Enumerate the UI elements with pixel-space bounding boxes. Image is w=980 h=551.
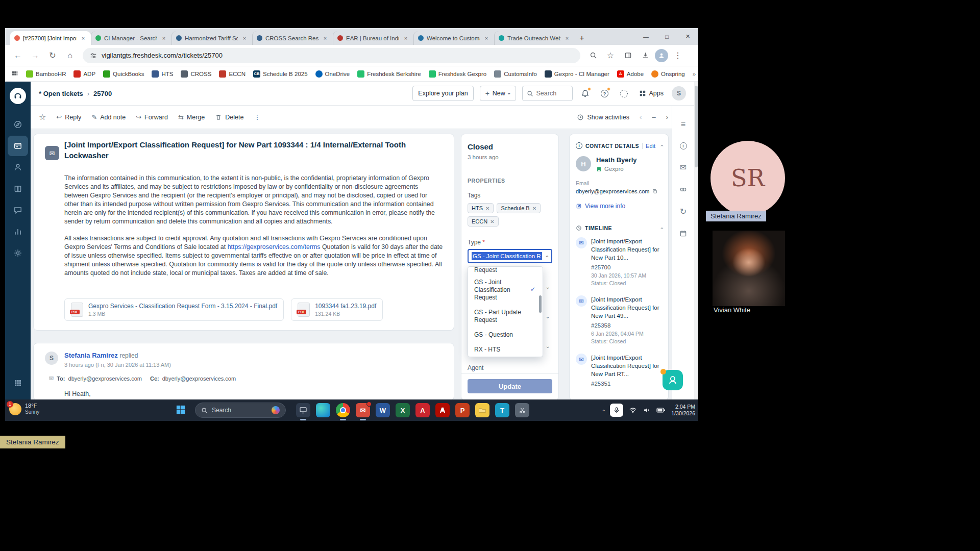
download-icon[interactable] bbox=[638, 48, 653, 63]
taskbar-search[interactable]: Search bbox=[195, 403, 286, 418]
taskbar-app-file-explorer[interactable] bbox=[475, 403, 489, 417]
dropdown-scrollbar-thumb[interactable] bbox=[539, 295, 542, 313]
apps-button[interactable]: Apps bbox=[637, 86, 666, 101]
collapse-chevron-icon[interactable]: › bbox=[659, 227, 665, 229]
tab-ear[interactable]: EAR | Bureau of Indus × bbox=[333, 31, 413, 45]
dropdown-option[interactable]: RX - HTS bbox=[468, 342, 543, 357]
bookmark-schedule-b[interactable]: CBSchedule B 2025 bbox=[253, 70, 308, 78]
bookmark-hts[interactable]: HTS bbox=[152, 70, 173, 78]
profile-avatar[interactable] bbox=[655, 49, 668, 62]
info-icon[interactable]: i bbox=[680, 142, 687, 149]
new-tab-button[interactable]: + bbox=[575, 31, 589, 45]
volume-icon[interactable] bbox=[643, 406, 651, 414]
reply-button[interactable]: ↩ Reply bbox=[56, 113, 81, 121]
tab-trade-outreach[interactable]: Trade Outreach Webi × bbox=[494, 31, 575, 45]
bookmark-adp[interactable]: ADP bbox=[74, 70, 95, 78]
bookmark-star-icon[interactable]: ☆ bbox=[603, 48, 618, 63]
star-ticket-icon[interactable]: ☆ bbox=[39, 112, 46, 122]
taskbar-app-adobe[interactable] bbox=[435, 403, 450, 417]
breadcrumb-open-tickets[interactable]: * Open tickets bbox=[39, 90, 83, 97]
taskbar-app-word[interactable]: W bbox=[376, 403, 390, 417]
page-scrollbar-thumb[interactable] bbox=[695, 86, 698, 167]
bookmark-gexpro-ci-manager[interactable]: Gexpro - CI Manager bbox=[545, 70, 609, 78]
battery-icon[interactable] bbox=[656, 407, 666, 414]
bookmark-eccn[interactable]: ECCN bbox=[219, 70, 246, 78]
refresh-icon[interactable]: ↻ bbox=[45, 48, 60, 63]
collapsed-field-chevron[interactable]: › bbox=[545, 287, 551, 289]
tab-ci-manager[interactable]: CI Manager - Search × bbox=[91, 31, 172, 45]
sidebar-item-tickets[interactable] bbox=[8, 136, 28, 156]
contact-name[interactable]: Heath Byerly bbox=[596, 156, 636, 164]
dropdown-option[interactable]: GS - Part Update Request bbox=[468, 305, 543, 328]
dropdown-option-partial[interactable]: Request bbox=[468, 267, 543, 275]
bookmark-cross[interactable]: CROSS bbox=[181, 70, 211, 78]
tab-freshdesk-ticket[interactable]: [#25700] [Joint Impor × bbox=[10, 31, 91, 45]
dropdown-option[interactable]: GS - Question bbox=[468, 328, 543, 342]
timeline-item-title[interactable]: [Joint Import/Export Classification Requ… bbox=[591, 237, 663, 262]
link-icon[interactable] bbox=[679, 186, 687, 193]
taskbar-app-powerpoint[interactable]: P bbox=[455, 403, 470, 417]
bookmark-quickbooks[interactable]: QuickBooks bbox=[103, 70, 144, 78]
sidebar-item-chat[interactable] bbox=[8, 200, 28, 220]
maximize-button[interactable]: □ bbox=[656, 28, 677, 45]
freshworks-switcher-icon[interactable] bbox=[618, 87, 631, 100]
tag-chip[interactable]: HTS ✕ bbox=[468, 203, 494, 213]
calendar-icon[interactable] bbox=[679, 230, 687, 237]
attachment-card[interactable]: PDF 1093344 fa1.23.19.pdf 131.24 KB bbox=[291, 298, 383, 321]
taskbar-app-edge[interactable] bbox=[316, 403, 330, 417]
browser-menu-icon[interactable]: ⋮ bbox=[670, 48, 685, 63]
explore-plan-button[interactable]: Explore your plan bbox=[412, 86, 473, 101]
taskbar-clock[interactable]: 2:04 PM 1/30/2026 bbox=[671, 404, 695, 417]
terms-link[interactable]: https://gexproservices.com/terms bbox=[228, 243, 321, 251]
contact-edit-link[interactable]: Edit bbox=[642, 143, 655, 149]
bookmark-customsinfo[interactable]: CustomsInfo bbox=[494, 70, 537, 78]
hidden-icons-chevron[interactable]: › bbox=[601, 409, 606, 411]
microphone-indicator[interactable] bbox=[610, 404, 623, 417]
freshdesk-search-input[interactable] bbox=[536, 90, 568, 97]
taskbar-app-chrome[interactable] bbox=[336, 403, 350, 417]
close-button[interactable]: ✕ bbox=[677, 28, 698, 45]
home-icon[interactable]: ⌂ bbox=[62, 48, 78, 63]
tab-close-icon[interactable]: × bbox=[241, 35, 248, 41]
minimize-button[interactable]: — bbox=[635, 28, 656, 45]
collapsed-field-chevron[interactable]: › bbox=[545, 317, 551, 319]
taskbar-app-excel[interactable]: X bbox=[396, 403, 410, 417]
contact-email[interactable]: dbyerly@gexproservices.com bbox=[576, 188, 649, 194]
sidebar-item-admin[interactable] bbox=[8, 243, 28, 263]
taskbar-app-acrobat[interactable]: A bbox=[415, 403, 430, 417]
bookmark-bamboohr[interactable]: BambooHR bbox=[26, 70, 66, 78]
update-button[interactable]: Update bbox=[468, 379, 552, 393]
bookmark-freshdesk-gexpro[interactable]: Freshdesk Gexpro bbox=[429, 70, 487, 78]
tab-close-icon[interactable]: × bbox=[80, 35, 87, 41]
address-bar[interactable]: vigilantgts.freshdesk.com/a/tickets/2570… bbox=[83, 48, 580, 63]
type-select-field[interactable]: GS - Joint Classification R › bbox=[468, 249, 552, 263]
taskbar-app-mail[interactable]: ✉ bbox=[356, 403, 370, 417]
search-zoom-icon[interactable] bbox=[585, 48, 601, 63]
next-ticket-icon[interactable]: › bbox=[666, 113, 668, 121]
taskbar-app-utility[interactable] bbox=[515, 403, 529, 417]
taskbar-app-screen-share[interactable] bbox=[296, 403, 310, 417]
participant-avatar-sr[interactable]: SR bbox=[710, 141, 785, 215]
attachment-card[interactable]: PDF Gexpro Services - Classification Req… bbox=[64, 298, 284, 321]
dropdown-option-selected[interactable]: GS - Joint Classification Request ✓ bbox=[468, 275, 543, 305]
sidebar-item-reports[interactable] bbox=[8, 221, 28, 242]
tab-cross[interactable]: CROSS Search Results × bbox=[252, 31, 333, 45]
tab-close-icon[interactable]: × bbox=[322, 35, 329, 41]
merge-button[interactable]: ⇆ Merge bbox=[178, 113, 205, 121]
timeline-item[interactable]: ✉ [Joint Import/Export Classification Re… bbox=[576, 237, 662, 286]
contact-company[interactable]: Gexpro bbox=[604, 166, 624, 172]
remove-tag-icon[interactable]: ✕ bbox=[485, 206, 489, 211]
time-icon[interactable]: ↻ bbox=[680, 207, 687, 216]
previous-ticket-icon[interactable]: ‹ bbox=[640, 113, 642, 121]
bookmark-onspring[interactable]: Onspring bbox=[651, 70, 685, 78]
details-icon[interactable]: ≡ bbox=[681, 120, 685, 129]
remove-tag-icon[interactable]: ✕ bbox=[490, 219, 494, 224]
email-icon[interactable]: ✉ bbox=[680, 163, 687, 172]
new-button[interactable]: + New › bbox=[480, 86, 516, 101]
timeline-item-title[interactable]: [Joint Import/Export Classification Requ… bbox=[591, 354, 663, 378]
forward-icon[interactable]: → bbox=[28, 48, 43, 63]
timeline-item-title[interactable]: [Joint Import/Export Classification Requ… bbox=[591, 295, 663, 320]
tab-hts[interactable]: Harmonized Tariff Sch × bbox=[172, 31, 252, 45]
bookmark-freshdesk-berkshire[interactable]: Freshdesk Berkshire bbox=[357, 70, 421, 78]
attachment-name[interactable]: Gexpro Services - Classification Request… bbox=[88, 303, 277, 310]
